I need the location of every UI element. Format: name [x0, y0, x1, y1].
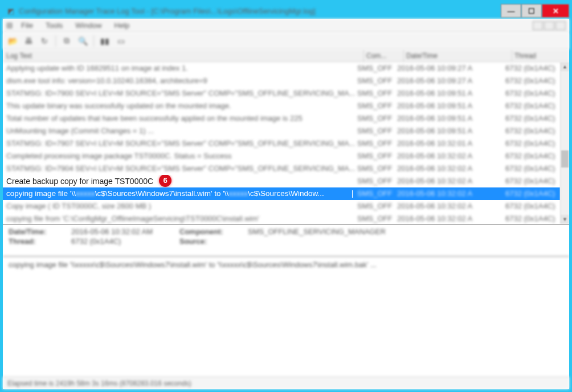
content-area: Log Text Com... Date/Time Thread Applyin… — [3, 50, 569, 377]
statusbar: Elapsed time is 2419h 58m 3s 16ms (87082… — [3, 377, 569, 389]
doc-icon: ▤ — [6, 21, 15, 30]
log-pane: Log Text Com... Date/Time Thread Applyin… — [3, 50, 569, 225]
status-text: Elapsed time is 2419h 58m 3s 16ms (87082… — [7, 379, 191, 387]
log-row[interactable]: Applying update with ID 16829511 on imag… — [3, 62, 560, 75]
detail-datetime-label: Date/Time: — [9, 227, 66, 236]
log-row[interactable]: Completed processing image package TST00… — [3, 150, 560, 162]
child-restore-button[interactable] — [544, 21, 554, 30]
log-row[interactable]: Create backup copy for image TST0000C6SM… — [3, 175, 560, 187]
col-header-component[interactable]: Com... — [364, 50, 404, 62]
detail-component-value: SMS_OFFLINE_SERVICING_MANAGER — [248, 227, 563, 236]
log-row[interactable]: STATMSG: ID=7900 SEV=I LEV=M SOURCE="SMS… — [3, 87, 560, 100]
maximize-button[interactable]: ☐ — [521, 4, 542, 18]
detail-component-label: Component: — [179, 227, 242, 236]
col-header-datetime[interactable]: Date/Time — [404, 50, 512, 62]
open-icon[interactable]: 📂 — [6, 35, 19, 47]
highlight-icon[interactable]: ▭ — [115, 35, 127, 47]
pause-icon[interactable]: ▮▮ — [99, 35, 111, 47]
print-icon[interactable]: 🖶 — [22, 35, 35, 47]
message-pane[interactable]: copying image file '\\xxxxx\c$\Sources\W… — [3, 257, 569, 377]
menu-window[interactable]: Window — [75, 21, 101, 30]
vertical-scrollbar[interactable]: ▲ ▼ — [560, 62, 569, 224]
log-row[interactable]: Total number of updates that have been s… — [3, 112, 560, 125]
refresh-icon[interactable]: ↻ — [38, 35, 51, 47]
log-row[interactable]: UnMounting Image (Commit Changes = 1) ..… — [3, 125, 560, 137]
scroll-up-icon[interactable]: ▲ — [561, 62, 569, 71]
annotation-badge: 6 — [159, 175, 171, 187]
find-icon[interactable]: 🔍 — [76, 35, 89, 47]
detail-source-value — [248, 237, 563, 246]
detail-datetime-value: 2016-05-06 10:32:02 AM — [71, 227, 174, 236]
log-row[interactable]: STATMSG: ID=7907 SEV=I LEV=M SOURCE="SMS… — [3, 137, 560, 150]
detail-thread-value: 6732 (0x1A4C) — [71, 237, 174, 246]
log-header: Log Text Com... Date/Time Thread — [3, 50, 569, 62]
toolbar: 📂 🖶 ↻ ⧉ 🔍 ▮▮ ▭ — [3, 32, 569, 50]
scroll-thumb[interactable] — [561, 150, 569, 168]
log-row[interactable]: Copy image ( ID TST0000C, size 2600 MB )… — [3, 200, 560, 213]
detail-source-label: Source: — [179, 237, 242, 246]
window-title: Configuration Manager Trace Log Tool - [… — [19, 7, 501, 15]
log-row[interactable]: copying image file '\\xxxxx\c$\Sources\W… — [3, 187, 560, 200]
log-row[interactable]: STATMSG: ID=7904 SEV=I LEV=M SOURCE="SMS… — [3, 162, 560, 175]
menubar: ▤ File Tools Window Help — [3, 19, 569, 32]
child-close-button[interactable] — [555, 21, 566, 30]
minimize-button[interactable]: — — [501, 4, 521, 18]
detail-thread-label: Thread: — [9, 237, 66, 246]
scroll-down-icon[interactable]: ▼ — [561, 215, 569, 224]
menu-tools[interactable]: Tools — [46, 21, 63, 30]
detail-pane: Date/Time: 2016-05-06 10:32:02 AM Compon… — [3, 225, 569, 257]
menu-file[interactable]: File — [21, 21, 33, 30]
col-header-thread[interactable]: Thread — [512, 50, 569, 62]
log-row[interactable]: copying file from 'C:\ConfigMgr_OfflineI… — [3, 213, 560, 224]
log-row[interactable]: This update binary was successfully upda… — [3, 100, 560, 112]
log-row[interactable]: dism.exe tool info: version=10.0.10240.1… — [3, 75, 560, 87]
app-icon: ◩ — [6, 6, 15, 15]
child-minimize-button[interactable] — [533, 21, 543, 30]
titlebar[interactable]: ◩ Configuration Manager Trace Log Tool -… — [3, 3, 569, 19]
copy-icon[interactable]: ⧉ — [60, 35, 73, 47]
log-body[interactable]: Applying update with ID 16829511 on imag… — [3, 62, 560, 224]
menu-help[interactable]: Help — [115, 21, 130, 30]
col-header-logtext[interactable]: Log Text — [3, 50, 364, 62]
window-frame: ◩ Configuration Manager Trace Log Tool -… — [0, 0, 572, 392]
close-button[interactable]: ✕ — [542, 4, 569, 18]
